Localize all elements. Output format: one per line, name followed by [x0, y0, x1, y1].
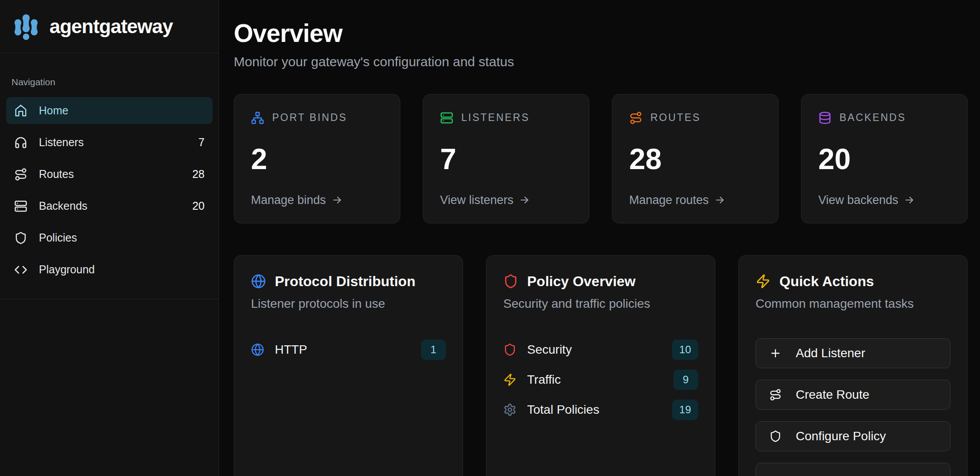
stat-label: PORT BINDS: [272, 112, 347, 124]
sidebar-item-backends[interactable]: Backends 20: [6, 193, 213, 219]
network-icon: [251, 111, 264, 125]
policy-count-badge: 19: [672, 400, 698, 420]
gear-icon: [503, 403, 517, 416]
stat-value: 7: [440, 142, 572, 176]
protocol-label: HTTP: [275, 343, 307, 357]
arrow-right-icon: [519, 194, 530, 206]
stat-value: 28: [629, 142, 761, 176]
panel-title: Quick Actions: [779, 273, 874, 290]
headphones-icon: [14, 136, 27, 149]
sidebar-divider: [0, 299, 219, 299]
quick-actions-card: Quick Actions Common management tasks Ad…: [738, 255, 968, 476]
stat-value: 20: [818, 142, 950, 176]
stat-link-label: Manage routes: [629, 193, 709, 207]
sidebar-item-count: 28: [192, 168, 205, 181]
sidebar-item-count: 20: [192, 200, 205, 212]
route-icon: [629, 111, 642, 125]
shield-icon: [769, 430, 782, 442]
panel-title: Protocol Distribution: [275, 273, 415, 290]
sidebar-item-label: Routes: [39, 168, 74, 181]
stat-label: ROUTES: [650, 112, 701, 124]
sidebar-item-policies[interactable]: Policies: [6, 224, 213, 251]
sidebar-nav: Home Listeners 7 Routes 28 Backends 20 P…: [6, 97, 213, 283]
policy-label: Traffic: [527, 373, 561, 387]
action-button-label: Configure Policy: [796, 429, 886, 443]
policy-overview-card: Policy Overview Security and traffic pol…: [486, 255, 715, 476]
sidebar-item-label: Listeners: [39, 136, 84, 149]
policy-row-total: Total Policies 19: [503, 399, 698, 420]
protocol-row-http: HTTP 1: [251, 339, 446, 360]
globe-icon: [251, 274, 266, 289]
database-icon: [818, 111, 832, 125]
app-title: agentgateway: [49, 15, 173, 38]
stat-card-listeners: LISTENERS 7 View listeners: [423, 94, 589, 223]
arrow-right-icon: [331, 194, 343, 206]
protocol-distribution-card: Protocol Distribution Listener protocols…: [234, 255, 463, 476]
sidebar-item-routes[interactable]: Routes 28: [6, 161, 213, 188]
policy-label: Total Policies: [527, 403, 599, 417]
policy-row-traffic: Traffic 9: [503, 369, 698, 390]
stat-link-label: View listeners: [440, 193, 513, 207]
sidebar-item-label: Playground: [39, 263, 95, 276]
agentgateway-logo-icon: [12, 13, 40, 40]
manage-binds-link[interactable]: Manage binds: [251, 193, 383, 207]
stat-card-backends: BACKENDS 20 View backends: [801, 94, 968, 223]
code-icon: [14, 263, 27, 276]
server-icon: [440, 111, 453, 125]
sidebar-item-label: Home: [39, 104, 68, 117]
create-route-button[interactable]: Create Route: [756, 380, 950, 410]
quick-action-button-partial[interactable]: [756, 463, 950, 476]
panel-subtitle: Common management tasks: [756, 297, 950, 311]
panel-subtitle: Security and traffic policies: [503, 297, 698, 311]
plus-icon: [769, 347, 782, 359]
home-icon: [14, 104, 27, 117]
route-icon: [769, 389, 782, 401]
page-title: Overview: [234, 19, 968, 47]
arrow-right-icon: [714, 194, 726, 206]
policy-count-badge: 9: [673, 370, 698, 390]
sidebar: agentgateway Navigation Home Listeners 7…: [0, 0, 219, 476]
sidebar-item-playground[interactable]: Playground: [6, 256, 213, 283]
sidebar-item-listeners[interactable]: Listeners 7: [6, 129, 213, 156]
stat-value: 2: [251, 142, 383, 176]
sidebar-item-home[interactable]: Home: [6, 97, 213, 124]
server-icon: [14, 200, 27, 213]
manage-routes-link[interactable]: Manage routes: [629, 193, 761, 207]
shield-icon: [503, 343, 517, 356]
panel-subtitle: Listener protocols in use: [251, 297, 446, 311]
sidebar-item-label: Policies: [39, 231, 77, 244]
zap-icon: [503, 373, 517, 386]
shield-icon: [503, 274, 518, 289]
stat-card-port-binds: PORT BINDS 2 Manage binds: [234, 94, 400, 223]
policy-label: Security: [527, 343, 572, 357]
stat-label: BACKENDS: [839, 112, 906, 124]
stats-grid: PORT BINDS 2 Manage binds LISTENERS 7 Vi…: [234, 94, 968, 223]
policy-count-badge: 10: [672, 340, 698, 360]
add-listener-button[interactable]: Add Listener: [756, 338, 950, 368]
page-subtitle: Monitor your gateway's configuration and…: [234, 54, 968, 69]
logo[interactable]: agentgateway: [0, 0, 219, 53]
protocol-count-badge: 1: [421, 340, 446, 360]
stat-card-routes: ROUTES 28 Manage routes: [612, 94, 779, 223]
shield-icon: [14, 231, 27, 245]
panels-grid: Protocol Distribution Listener protocols…: [234, 255, 968, 476]
globe-icon: [251, 343, 264, 356]
view-listeners-link[interactable]: View listeners: [440, 193, 572, 207]
zap-icon: [756, 274, 771, 289]
stat-link-label: View backends: [818, 193, 898, 207]
stat-link-label: Manage binds: [251, 193, 326, 207]
action-button-label: Add Listener: [796, 346, 865, 360]
route-icon: [14, 168, 27, 181]
configure-policy-button[interactable]: Configure Policy: [756, 421, 950, 451]
policy-row-security: Security 10: [503, 339, 698, 360]
arrow-right-icon: [904, 194, 915, 206]
nav-section-label: Navigation: [11, 77, 213, 87]
stat-label: LISTENERS: [461, 112, 530, 124]
sidebar-item-label: Backends: [39, 200, 87, 212]
sidebar-item-count: 7: [198, 136, 205, 149]
view-backends-link[interactable]: View backends: [818, 193, 950, 207]
panel-title: Policy Overview: [527, 273, 635, 290]
action-button-label: Create Route: [796, 388, 870, 402]
main-content: Overview Monitor your gateway's configur…: [219, 0, 980, 476]
